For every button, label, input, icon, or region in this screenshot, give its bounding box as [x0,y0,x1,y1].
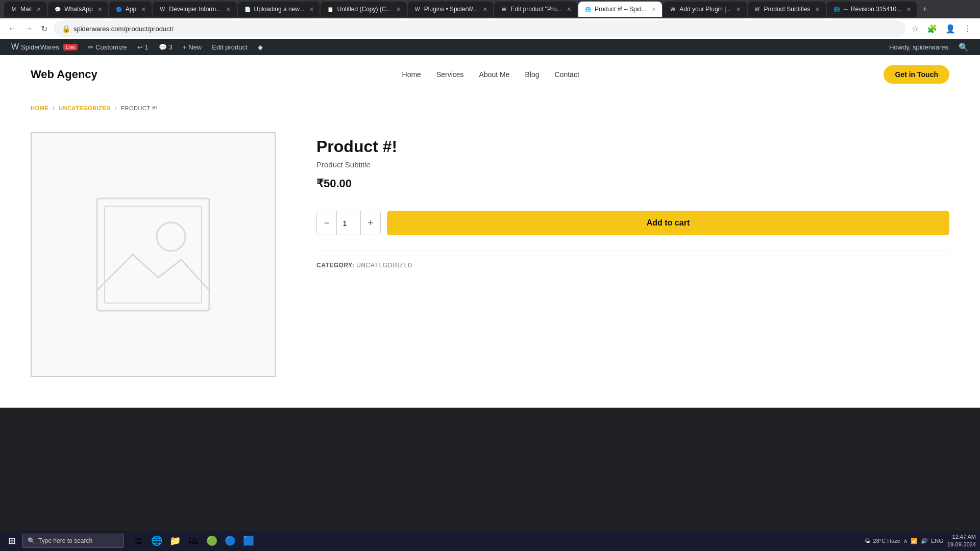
browser-window: M Mail × 💬 WhatsApp × 🔵 App × W Develope… [0,0,980,551]
wp-diamond-item[interactable]: ◆ [253,39,268,55]
forward-button[interactable]: → [22,22,35,35]
svg-rect-1 [105,206,202,303]
tab-close-product-subtitles[interactable]: × [815,5,819,13]
tab-close-revision[interactable]: × [906,5,911,13]
breadcrumb-sep-2: › [115,105,117,112]
tab-app3[interactable]: 🔵 App × [109,2,152,17]
breadcrumb-category[interactable]: UNCATEGORIZED [59,105,111,111]
wp-admin-bar: W SpiderWares Live ✏ Customize ↩ 1 💬 3 +… [0,39,980,55]
tab-dev-info[interactable]: W Developer Inform... × [153,2,236,17]
comments-icon: ↩ [137,43,143,51]
category-label: CATEGORY: [316,262,354,269]
weather-icon: 🌤 [865,538,870,544]
tab-label-mail: Mail [20,6,32,13]
category-value: UNCATEGORIZED [356,262,412,269]
comments-count: 1 [145,43,149,51]
url-bar[interactable]: 🔒 spiderwares.com/product/product/ [54,20,905,37]
quantity-increase-button[interactable]: + [361,211,380,235]
nav-blog[interactable]: Blog [525,70,540,79]
wp-updates-item[interactable]: 💬 3 [154,39,178,55]
tab-label-product-subtitles: Product Subtitles [764,6,811,13]
up-arrow-icon[interactable]: ∧ [903,538,908,544]
tab-product-subtitles[interactable]: W Product Subtitles × [748,2,826,17]
start-button[interactable]: ⊞ [4,533,20,548]
tab-close-add-plugin[interactable]: × [736,5,740,13]
tab-close-mail[interactable]: × [37,5,41,13]
quantity-input[interactable] [336,211,361,235]
tab-close-dev-info[interactable]: × [226,5,230,13]
wp-admin-bar-right: Howdy, spiderwares 🔍 [884,42,974,52]
lock-icon: 🔒 [62,24,70,33]
network-icon: 📶 [911,538,918,544]
tab-whatsapp[interactable]: 💬 WhatsApp × [48,2,108,17]
tab-plugins[interactable]: W Plugins • SpiderW... × [408,2,494,17]
quantity-cart-row: − + Add to cart [316,211,949,235]
wp-logo-item[interactable]: W SpiderWares Live [6,39,83,55]
tab-untitled[interactable]: 📋 Untitled (Copy) (C... × [321,2,406,17]
wp-comments-item[interactable]: ↩ 1 [132,39,154,55]
tab-favicon-untitled: 📋 [327,6,334,13]
tab-label-product: Product #! – Spid... [595,6,647,13]
add-to-cart-button[interactable]: Add to cart [387,211,949,235]
tab-edit-product[interactable]: W Edit product "Pro... × [494,2,577,17]
breadcrumb-home[interactable]: HOME [31,105,48,111]
tab-favicon-product-subtitles: W [754,6,761,13]
taskbar-app-app5[interactable]: 🔵 [222,533,238,549]
tab-favicon-app3: 🔵 [115,6,122,13]
breadcrumb-current: PRODUCT #! [121,105,157,111]
back-button[interactable]: ← [6,22,18,35]
taskbar-app-taskview[interactable]: ⧉ [130,533,146,549]
taskbar-clock[interactable]: 12:47 AM 19-09-2024 [947,533,976,549]
tab-add-plugin[interactable]: W Add your Plugin |... × [663,2,746,17]
svg-point-2 [157,222,185,251]
tab-favicon-whatsapp: 💬 [54,6,61,13]
tab-product[interactable]: 🌐 Product #! – Spid... × [578,2,662,17]
extensions-button[interactable]: 🧩 [925,22,939,36]
taskbar-app-explorer[interactable]: 📁 [167,533,183,549]
profile-button[interactable]: 👤 [943,22,958,36]
wp-edit-product-item[interactable]: Edit product [207,39,252,55]
bookmark-button[interactable]: ☆ [910,22,921,36]
tab-close-whatsapp[interactable]: × [98,5,102,13]
taskbar-app-store[interactable]: 🛍 [185,533,202,549]
tab-favicon-mail: M [10,6,17,13]
tab-close-app3[interactable]: × [141,5,145,13]
taskbar-app-chrome[interactable]: 🌐 [149,533,165,549]
tab-close-product[interactable]: × [652,5,656,13]
taskview-icon: ⧉ [135,536,142,546]
nav-about[interactable]: About Me [479,70,510,79]
taskbar-app-browser2[interactable]: 🟢 [204,533,220,549]
store-icon: 🛍 [189,536,198,546]
product-details: Product #! Product Subtitle ₹50.00 − + A… [316,132,949,269]
product-title: Product #! [316,137,949,156]
nav-services[interactable]: Services [436,70,464,79]
product-subtitle: Product Subtitle [316,160,949,169]
quantity-decrease-button[interactable]: − [317,211,336,235]
tab-label-dev-info: Developer Inform... [169,6,221,13]
tab-revision[interactable]: 🌐 ← Revision 315410... × [827,2,917,17]
taskbar-app-vscode[interactable]: 🟦 [240,533,257,549]
new-label: + New [183,43,202,51]
wp-new-item[interactable]: + New [178,39,207,55]
site-header: Web Agency Home Services About Me Blog C… [0,55,980,94]
new-tab-button[interactable]: + [918,4,932,15]
product-image-area [31,132,276,377]
tab-close-edit-product[interactable]: × [567,5,571,13]
tab-mail[interactable]: M Mail × [4,2,47,17]
tab-close-plugins[interactable]: × [483,5,487,13]
howdy-text[interactable]: Howdy, spiderwares [884,43,953,51]
volume-icon: 🔊 [921,538,928,544]
wp-customize-item[interactable]: ✏ Customize [83,39,132,55]
nav-contact[interactable]: Contact [555,70,579,79]
breadcrumb: HOME › UNCATEGORIZED › PRODUCT #! [0,94,980,122]
get-in-touch-button[interactable]: Get in Touch [884,65,949,84]
menu-button[interactable]: ⋮ [962,22,974,36]
tab-uploading[interactable]: 📄 Uploading a new... × [238,2,320,17]
taskbar-search[interactable]: 🔍 Type here to search [22,534,124,548]
wp-search-button[interactable]: 🔍 [953,42,974,52]
tab-close-uploading[interactable]: × [309,5,313,13]
nav-home[interactable]: Home [402,70,421,79]
clock-date: 19-09-2024 [947,541,976,548]
reload-button[interactable]: ↻ [39,22,50,36]
tab-close-untitled[interactable]: × [397,5,401,13]
